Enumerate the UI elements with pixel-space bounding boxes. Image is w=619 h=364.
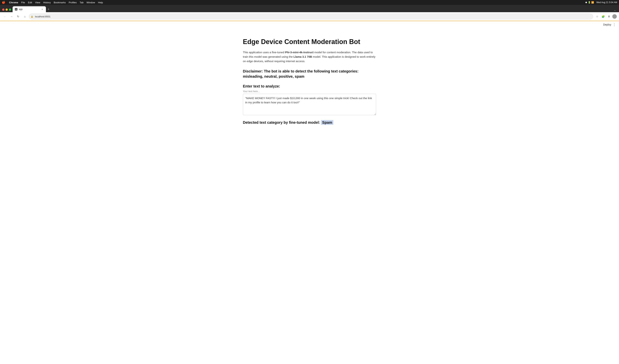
page-description: This application uses a fine-tuned Phi-3…	[243, 50, 376, 63]
menu-history[interactable]: History	[43, 1, 51, 4]
description-prefix: This application uses a fine-tuned	[243, 51, 285, 54]
menubar-right: ⏺ 🔋 📶 Wed Aug 21 5:04 AM	[585, 1, 617, 4]
clock: Wed Aug 21 5:04 AM	[596, 1, 617, 4]
deploy-button[interactable]: Deploy	[603, 23, 611, 26]
address-input-wrapper: 🔒	[29, 13, 593, 19]
window-controls	[1, 9, 13, 12]
back-button[interactable]: ←	[2, 14, 7, 19]
page-title: Edge Device Content Moderation Bot	[243, 38, 376, 46]
tab-bar: ● app ✕ + ⌄	[0, 5, 619, 12]
bookmark-icon[interactable]: ☆	[595, 14, 600, 19]
menu-help[interactable]: Help	[98, 1, 103, 4]
menubar: 🍎 Chrome File Edit View History Bookmark…	[0, 0, 619, 5]
text-analysis-input[interactable]: "MAKE MONEY FAST!!! I just made $10,000 …	[243, 94, 376, 115]
menu-tab[interactable]: Tab	[80, 1, 84, 4]
deploy-row: Deploy ⋮	[0, 21, 619, 27]
address-input[interactable]	[29, 13, 593, 19]
window-close-button[interactable]	[2, 9, 4, 11]
tab-favicon-icon: ●	[15, 8, 17, 11]
reload-button[interactable]: ↻	[15, 14, 21, 19]
home-button[interactable]: ⌂	[22, 14, 28, 19]
download-icon[interactable]: ⬇	[606, 14, 612, 19]
input-section-label: Enter text to analyze:	[243, 84, 376, 88]
address-bar: ← → ↻ ⌂ 🔒 ☆ 🧩 ⬇	[0, 12, 619, 21]
result-line: Detected text category by fine-tuned mod…	[243, 121, 376, 125]
menu-profiles[interactable]: Profiles	[69, 1, 77, 4]
address-bar-right-tools: ☆ 🧩 ⬇	[595, 14, 617, 19]
input-hint-text: Your text here...	[243, 90, 376, 93]
menu-view[interactable]: View	[35, 1, 40, 4]
browser-content-area: Deploy ⋮ Edge Device Content Moderation …	[0, 21, 619, 364]
tab-strip-expand-icon[interactable]: ⌄	[614, 9, 618, 12]
window-maximize-button[interactable]	[9, 9, 11, 11]
menu-edit[interactable]: Edit	[28, 1, 32, 4]
tab-title: app	[19, 8, 39, 11]
app-name[interactable]: Chrome	[9, 1, 18, 4]
forward-button[interactable]: →	[9, 14, 14, 19]
tab-bar-right-controls: ⌄	[614, 9, 618, 12]
page-content: Edge Device Content Moderation Bot This …	[236, 27, 383, 139]
more-options-button[interactable]: ⋮	[613, 23, 616, 27]
result-prefix: Detected text category by fine-tuned mod…	[243, 121, 321, 124]
model-name: Phi-3-mini-4k-instruct	[285, 51, 314, 54]
menu-file[interactable]: File	[21, 1, 25, 4]
window-minimize-button[interactable]	[6, 9, 8, 11]
new-tab-button[interactable]: +	[46, 7, 51, 12]
result-category-badge: Spam	[321, 120, 333, 125]
apple-menu[interactable]: 🍎	[2, 1, 5, 4]
model-name2: Llama 3.1 70B	[294, 55, 312, 58]
address-lock-icon: 🔒	[31, 15, 33, 18]
profile-icon[interactable]	[612, 14, 617, 19]
tab-close-button[interactable]: ✕	[41, 8, 44, 11]
system-icons: ⏺ 🔋 📶	[585, 1, 594, 4]
extension-icon[interactable]: 🧩	[601, 14, 606, 19]
disclaimer-heading: Disclaimer: The bot is able to detect th…	[243, 69, 376, 79]
browser-tab[interactable]: ● app ✕	[13, 6, 46, 12]
menu-bookmarks[interactable]: Bookmarks	[54, 1, 66, 4]
menu-window[interactable]: Window	[86, 1, 95, 4]
